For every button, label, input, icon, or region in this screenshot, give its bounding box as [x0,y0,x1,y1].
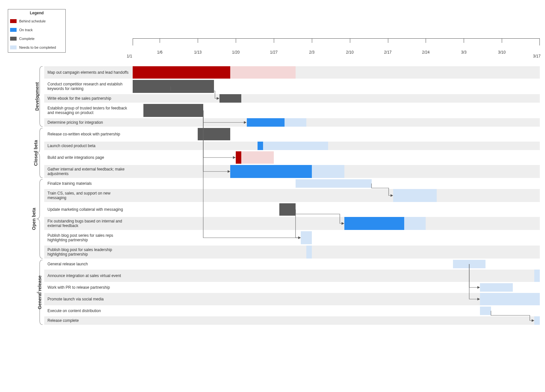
task-label: Launch closed product beta [44,142,133,150]
axis-tick-label: 3/10 [498,50,505,55]
axis-tick-label: 2/24 [422,50,430,55]
axis-tick [350,38,350,43]
axis-tick [198,38,198,43]
legend-title: Legend [8,9,65,17]
gantt-row: Write ebook for the sales partnership [44,94,540,103]
task-bar [247,118,285,127]
task-label: Map out campagin elements and lead hando… [44,66,133,79]
group-label: Closed beta [33,140,38,166]
group-label: Open beta [31,208,36,230]
task-label: Promote launch via social media [44,293,133,305]
axis-tick-label: 2/3 [309,50,315,55]
gantt-row: Train CS, sales, and support on new mess… [44,189,540,202]
task-bar [312,165,344,178]
legend-item: Behind schedule [8,17,65,25]
axis-tick [502,38,502,43]
task-track [133,94,540,103]
task-bar [404,217,426,230]
task-track [133,231,540,244]
task-label: Execute on content distribution [44,307,133,315]
group-label: General release [37,275,42,309]
task-track [133,66,540,79]
task-bar [236,151,241,164]
task-track [133,293,540,305]
group-label: Development [34,82,40,111]
legend-swatch [10,28,17,32]
axis-tick-label: 2/10 [346,50,353,55]
task-bar [279,203,296,216]
legend-item: On track [8,26,65,33]
axis-start-label: 1/1 [127,54,132,58]
task-bar [480,283,512,292]
gantt-row: Gather internal and external feedback; m… [44,165,540,178]
task-label: Gather internal and external feedback; m… [44,165,133,178]
task-track [133,80,540,93]
task-bar [393,189,437,202]
task-track [133,307,540,315]
task-label: Fix outstanding bugs based on internal a… [44,217,133,230]
task-track [133,128,540,140]
axis-tick-label: 1/6 [157,50,163,55]
gantt-rows: Map out campagin elements and lead hando… [44,66,540,326]
task-label: Release co-written ebook with partnershi… [44,128,133,140]
gantt-row: Update marketing collateral with messagi… [44,203,540,216]
legend-label: Needs to be completed [19,45,56,49]
task-label: Release complete [44,316,133,325]
task-bar [296,179,372,188]
axis-tick-label: 1/27 [270,50,277,55]
legend-label: Behind schedule [19,19,46,23]
task-track [133,118,540,127]
task-label: Update marketing collateral with messagi… [44,203,133,216]
task-bar [258,142,263,150]
axis-tick [464,38,464,43]
gantt-row: Finalize training materials [44,179,540,188]
axis-tick-label: 1/20 [232,50,239,55]
task-label: Conduct competitior research and establi… [44,80,133,93]
task-track [133,246,540,259]
task-bar [198,128,230,140]
task-track [133,189,540,202]
task-label: Publish blog post series for sales reps … [44,231,133,244]
gantt-row: General release launch [44,260,540,268]
axis-tick-end [539,38,540,45]
axis-end-label: 3/17 [533,54,540,58]
task-label: Finalize training materials [44,179,133,188]
task-track [133,283,540,292]
gantt-row: Release co-written ebook with partnershi… [44,128,540,140]
task-bar [306,246,312,259]
legend-swatch [10,37,17,41]
gantt-row: Work with PR to release partnership [44,283,540,292]
task-bar [301,231,312,244]
task-bar [241,151,274,164]
axis-tick [426,38,426,43]
task-label: Announce integration at sales virtual ev… [44,270,133,282]
axis-line [133,38,540,39]
axis-tick [312,38,312,43]
gantt-row: Release complete [44,316,540,325]
task-label: Write ebook for the sales partnership [44,94,133,103]
legend-swatch [10,19,17,23]
task-track [133,270,540,282]
gantt-row: Fix outstanding bugs based on internal a… [44,217,540,230]
axis-tick [236,38,236,43]
task-label: Build and write integrations page [44,151,133,164]
gantt-row: Conduct competitior research and establi… [44,80,540,93]
task-label: Publish blog post for sales leadership h… [44,246,133,259]
task-track [133,217,540,230]
gantt-row: Publish blog post for sales leadership h… [44,246,540,259]
legend-item: Complete [8,35,65,42]
task-bar [480,293,540,305]
axis-tick-label: 1/13 [194,50,202,55]
gantt-row: Build and write integrations page [44,151,540,164]
task-bar [219,94,241,103]
task-bar [480,307,491,315]
task-label: Determine pricing for integration [44,118,133,127]
task-label: Work with PR to release partnership [44,283,133,292]
axis-tick-start [133,38,133,45]
task-track [133,260,540,268]
gantt-row: Determine pricing for integration [44,118,540,127]
task-bar [230,165,312,178]
timeline-axis: 1/1 3/17 1/61/131/201/272/32/102/172/243… [133,38,540,58]
legend-swatch [10,45,17,49]
axis-tick [388,38,388,43]
